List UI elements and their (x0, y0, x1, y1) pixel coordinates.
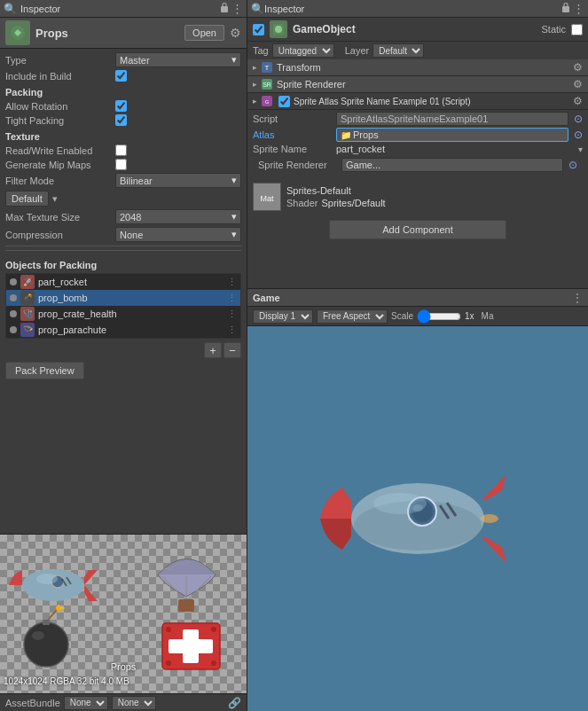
asset-bundle-label: AssetBundle (5, 698, 60, 708)
game-canvas (247, 326, 588, 711)
sprite-name-value: part_rocket (336, 144, 575, 154)
svg-text:T: T (265, 64, 270, 72)
type-label: Type (5, 55, 112, 66)
rocket-icon: 🚀 (20, 275, 35, 289)
sprite-renderer-gear-icon[interactable]: ⚙ (573, 78, 583, 90)
scale-slider[interactable] (417, 311, 461, 322)
type-arrow-icon: ▾ (231, 54, 237, 66)
filter-mode-row: Filter Mode Bilinear ▾ (5, 173, 241, 188)
allow-rotation-checkbox[interactable] (115, 100, 127, 112)
gameobject-name: GameObject (293, 23, 536, 35)
script-value: SpriteAtlasSpriteNameExample01 (336, 112, 568, 126)
aspect-select[interactable]: Free Aspect (317, 309, 388, 324)
sprite-renderer-field-value[interactable]: Game... (341, 158, 563, 172)
default-button[interactable]: Default (5, 191, 49, 207)
add-object-button[interactable]: + (204, 342, 222, 358)
atlas-picker-icon[interactable]: ⊙ (574, 129, 583, 141)
dot-icon (10, 310, 17, 317)
atlas-field-row: Atlas 📁 Props ⊙ (253, 128, 583, 142)
include-build-checkbox[interactable] (115, 70, 127, 82)
transform-gear-icon[interactable]: ⚙ (573, 61, 583, 74)
dot-icon (10, 326, 17, 333)
sprite-atlas-component-row[interactable]: ▸ G Sprite Atlas Sprite Name Example 01 … (247, 93, 588, 110)
transform-component-row[interactable]: ▸ T Transform ⚙ (247, 59, 588, 76)
divider-1 (5, 246, 241, 246)
game-header-icon[interactable]: ⋮ (572, 292, 583, 304)
pack-preview-button[interactable]: Pack Preview (5, 362, 84, 379)
list-item[interactable]: 🩺 prop_crate_health ⋮ (6, 306, 240, 322)
script-picker-icon[interactable]: ⊙ (574, 113, 583, 125)
atlas-value[interactable]: 📁 Props (336, 128, 568, 142)
static-checkbox[interactable] (571, 24, 583, 35)
remove-object-button[interactable]: − (223, 342, 241, 358)
tight-packing-checkbox[interactable] (115, 114, 127, 126)
default-arrow-icon[interactable]: ▾ (52, 193, 58, 205)
preview-label: Props (111, 661, 137, 672)
atlas-folder-icon: 📁 (341, 130, 351, 140)
read-write-checkbox[interactable] (115, 145, 127, 156)
gameobject-active-checkbox[interactable] (253, 24, 264, 35)
mip-maps-checkbox[interactable] (115, 159, 127, 170)
menu-icon-right[interactable]: ⋮ (573, 2, 584, 15)
sprite-renderer-component-row[interactable]: ▸ SR Sprite Renderer ⚙ (247, 76, 588, 93)
add-component-button[interactable]: Add Component (329, 220, 506, 239)
bomb-sprite (13, 605, 80, 671)
sprite-atlas-gear-icon[interactable]: ⚙ (573, 95, 583, 107)
asset-bundle-select-2[interactable]: None (112, 696, 156, 710)
list-item[interactable]: 💣 prop_bomb ⋮ (6, 290, 240, 306)
open-button[interactable]: Open (184, 25, 224, 41)
svg-point-4 (36, 574, 58, 584)
svg-point-25 (275, 26, 282, 33)
right-inspector: 🔍 Inspector ⋮ GameObjec (247, 0, 588, 289)
sprite-atlas-icon: G (261, 95, 273, 107)
lock-icon-right[interactable] (561, 2, 571, 12)
objects-section: Objects for Packing 🚀 part_rocket ⋮ 💣 pr… (5, 250, 241, 379)
packing-header: Packing (5, 87, 241, 98)
display-select[interactable]: Display 1 (253, 309, 313, 324)
props-gear-icon[interactable]: ⚙ (230, 26, 241, 40)
sr-picker-icon[interactable]: ⊙ (568, 159, 577, 171)
right-inspector-body: GameObject Static Tag Untagged Layer Def… (247, 18, 588, 288)
parachute-icon: 🪂 (20, 323, 35, 337)
dot-icon (10, 294, 17, 301)
svg-text:G: G (265, 99, 270, 105)
bomb-icon: 💣 (20, 291, 35, 305)
lock-icon-left[interactable] (219, 2, 230, 12)
item-menu-icon[interactable]: ⋮ (227, 309, 237, 320)
asset-bundle-icon[interactable]: 🔗 (228, 697, 241, 709)
svg-point-40 (481, 514, 498, 523)
compression-label: Compression (5, 230, 112, 240)
transform-actions: ⚙ (573, 61, 583, 74)
tag-layer-row: Tag Untagged Layer Default (247, 42, 588, 59)
sprite-name-arrow-icon[interactable]: ▾ (578, 145, 583, 154)
svg-text:Mat: Mat (260, 194, 274, 203)
sprite-atlas-active-checkbox[interactable] (278, 96, 290, 107)
max-texture-row: Max Texture Size 2048 ▾ (5, 209, 241, 224)
include-build-label: Include in Build (5, 71, 112, 82)
tag-select[interactable]: Untagged (272, 43, 334, 58)
inspector-icon-left: 🔍 (4, 3, 17, 15)
tag-label: Tag (253, 45, 269, 56)
read-write-label: Read/Write Enabled (5, 145, 112, 156)
list-item[interactable]: 🚀 part_rocket ⋮ (6, 274, 240, 290)
shader-label: Shader (286, 198, 318, 208)
asset-bundle-row: AssetBundle None None 🔗 (0, 693, 247, 711)
item-menu-icon[interactable]: ⋮ (227, 324, 237, 336)
svg-point-39 (373, 493, 427, 514)
item-menu-icon[interactable]: ⋮ (227, 277, 237, 288)
layer-select[interactable]: Default (372, 43, 424, 58)
left-inspector-panel: 🔍 Inspector ⋮ Props Open ⚙ Type Master (0, 0, 247, 711)
list-item[interactable]: 🪂 prop_parachute ⋮ (6, 322, 240, 338)
type-value[interactable]: Master ▾ (115, 52, 241, 67)
max-texture-value[interactable]: 2048 ▾ (115, 209, 241, 224)
right-panel: 🔍 Inspector ⋮ GameObjec (247, 0, 588, 711)
svg-rect-13 (43, 620, 50, 625)
scale-label: Scale (391, 311, 413, 321)
objects-list: 🚀 part_rocket ⋮ 💣 prop_bomb ⋮ 🩺 prop_cra… (5, 273, 241, 339)
asset-bundle-select-1[interactable]: None (64, 696, 108, 710)
item-menu-icon[interactable]: ⋮ (227, 293, 237, 304)
menu-icon-left[interactable]: ⋮ (231, 2, 243, 15)
compression-value[interactable]: None ▾ (115, 227, 241, 242)
include-build-row: Include in Build (5, 70, 241, 82)
filter-mode-value[interactable]: Bilinear ▾ (115, 173, 241, 188)
